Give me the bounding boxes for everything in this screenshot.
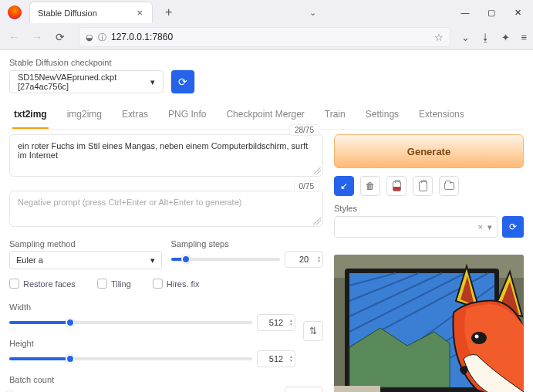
chevron-down-icon: ▾ — [150, 255, 155, 265]
styles-select[interactable]: × ▾ — [334, 216, 498, 238]
address-bar[interactable]: ◒ ⓘ 127.0.0.1:7860 ☆ — [79, 27, 450, 47]
width-value: 512 — [269, 318, 283, 327]
height-slider[interactable] — [9, 352, 252, 366]
sampling-steps-value: 20 — [299, 255, 309, 264]
styles-clear-icon[interactable]: × — [478, 222, 483, 231]
height-label: Height — [9, 339, 295, 348]
info-icon: ⓘ — [98, 32, 106, 43]
shield-icon: ◒ — [86, 32, 93, 42]
swap-wh-button[interactable]: ⇅ — [303, 321, 323, 341]
window-controls: — ▢ ✕ — [453, 3, 530, 22]
prompt-box: 28/75 — [9, 134, 323, 177]
height-input[interactable]: 512▲▼ — [257, 350, 295, 367]
restore-faces-checkbox[interactable]: Restore faces — [9, 279, 76, 289]
checkpoint-value: SD15NewVAEpruned.ckpt [27a4ac756c] — [18, 73, 150, 91]
folder-button[interactable] — [439, 176, 459, 196]
checkpoint-row: SD15NewVAEpruned.ckpt [27a4ac756c] ▾ ⟳ — [9, 70, 524, 93]
batch-count-input[interactable]: 1▲▼ — [285, 387, 323, 392]
checkpoint-label: Stable Diffusion checkpoint — [9, 58, 524, 67]
trash-button[interactable]: 🗑 — [360, 176, 380, 196]
neg-prompt-token-count: 0/75 — [294, 181, 319, 192]
reload-button[interactable]: ⟳ — [52, 29, 68, 45]
clipboard-button-1[interactable] — [386, 176, 406, 196]
sampling-steps-input[interactable]: 20 ▲▼ — [285, 251, 323, 268]
width-slider[interactable] — [9, 316, 252, 329]
firefox-logo-icon — [8, 5, 22, 19]
sampling-steps-slider[interactable] — [171, 252, 281, 266]
clipboard-button-2[interactable] — [413, 176, 433, 196]
ui-tabs: txt2imgimg2imgExtrasPNG InfoCheckpoint M… — [9, 104, 524, 130]
negative-prompt-input[interactable] — [10, 191, 322, 224]
pocket-icon[interactable]: ⌄ — [461, 32, 470, 43]
sampling-steps-control: 20 ▲▼ — [171, 251, 324, 268]
sampling-method-value: Euler a — [16, 255, 43, 265]
styles-label: Styles — [334, 204, 524, 213]
forward-button[interactable]: → — [29, 29, 45, 45]
tab-img2img[interactable]: img2img — [66, 104, 103, 129]
browser-toolbar-icons: ⌄ ⭳ ✦ ≡ — [461, 32, 527, 43]
svg-rect-14 — [334, 386, 380, 392]
back-button[interactable]: ← — [6, 29, 22, 45]
right-column: Generate ↙ 🗑 Styles × ▾ ⟳ — [334, 134, 524, 392]
generated-image — [334, 255, 524, 392]
left-column: 28/75 0/75 Sampling method Euler a ▾ — [9, 134, 323, 392]
restore-faces-label: Restore faces — [23, 279, 76, 289]
styles-refresh-button[interactable]: ⟳ — [502, 216, 524, 238]
height-control: 512▲▼ — [9, 350, 295, 367]
checkpoint-refresh-button[interactable]: ⟳ — [171, 70, 194, 93]
height-value: 512 — [269, 354, 283, 363]
generate-button[interactable]: Generate — [334, 134, 524, 168]
browser-tab[interactable]: Stable Diffusion × — [29, 2, 153, 23]
sampling-steps-label: Sampling steps — [171, 239, 324, 248]
tiling-checkbox[interactable]: Tiling — [97, 279, 131, 289]
width-height-row: Width 512▲▼ Height 512▲▼ — [9, 295, 323, 367]
stepper-icon[interactable]: ▲▼ — [289, 319, 293, 326]
tab-bar: Stable Diffusion × + ⌄ — ▢ ✕ — [0, 0, 533, 25]
batch-count-slider[interactable] — [9, 388, 280, 392]
width-control: 512▲▼ — [9, 314, 295, 331]
tab-dropdown-icon[interactable]: ⌄ — [309, 8, 316, 18]
tab-train[interactable]: Train — [323, 104, 347, 129]
width-label: Width — [9, 302, 295, 312]
main-columns: 28/75 0/75 Sampling method Euler a ▾ — [9, 134, 524, 392]
tab-settings[interactable]: Settings — [364, 104, 400, 129]
negative-prompt-box: 0/75 — [9, 191, 323, 227]
batch-count-control: 1▲▼ — [9, 387, 323, 392]
checkpoint-select[interactable]: SD15NewVAEpruned.ckpt [27a4ac756c] ▾ — [9, 70, 164, 93]
svg-point-12 — [471, 332, 487, 344]
prompt-input[interactable] — [10, 135, 322, 174]
browser-tab-title: Stable Diffusion — [38, 8, 135, 18]
browser-chrome: Stable Diffusion × + ⌄ — ▢ ✕ ← → ⟳ ◒ ⓘ 1… — [0, 0, 533, 50]
minimize-button[interactable]: — — [453, 3, 477, 22]
tab-close-icon[interactable]: × — [135, 7, 144, 19]
downloads-icon[interactable]: ⭳ — [481, 32, 491, 43]
hires-fix-label: Hires. fix — [167, 279, 200, 289]
stepper-icon[interactable]: ▲▼ — [317, 255, 321, 263]
stepper-icon[interactable]: ▲▼ — [289, 355, 293, 363]
sampling-method-label: Sampling method — [9, 239, 162, 248]
action-row: ↙ 🗑 — [334, 176, 524, 196]
sampling-method-select[interactable]: Euler a ▾ — [9, 251, 162, 269]
page-content: Stable Diffusion checkpoint SD15NewVAEpr… — [0, 50, 533, 392]
checkbox-row: Restore faces Tiling Hires. fix — [9, 279, 323, 289]
tab-png-info[interactable]: PNG Info — [167, 104, 207, 129]
tab-extras[interactable]: Extras — [120, 104, 150, 129]
maximize-button[interactable]: ▢ — [479, 3, 504, 22]
menu-icon[interactable]: ≡ — [521, 32, 527, 43]
batch-count-label: Batch count — [9, 375, 323, 384]
close-window-button[interactable]: ✕ — [505, 3, 530, 22]
new-tab-button[interactable]: + — [159, 2, 178, 22]
extensions-icon[interactable]: ✦ — [501, 32, 510, 43]
width-input[interactable]: 512▲▼ — [257, 314, 295, 331]
arrow-action-button[interactable]: ↙ — [334, 176, 354, 196]
svg-point-13 — [475, 335, 479, 339]
chevron-down-icon: ▾ — [487, 222, 492, 232]
output-preview[interactable] — [334, 255, 524, 392]
sampling-row: Sampling method Euler a ▾ Sampling steps — [9, 231, 323, 269]
bookmark-star-icon[interactable]: ☆ — [434, 32, 444, 43]
styles-row: × ▾ ⟳ — [334, 216, 524, 238]
tab-txt2img[interactable]: txt2img — [12, 104, 49, 129]
hires-fix-checkbox[interactable]: Hires. fix — [153, 279, 200, 289]
tab-extensions[interactable]: Extensions — [417, 104, 466, 129]
prompt-token-count: 28/75 — [289, 124, 319, 136]
